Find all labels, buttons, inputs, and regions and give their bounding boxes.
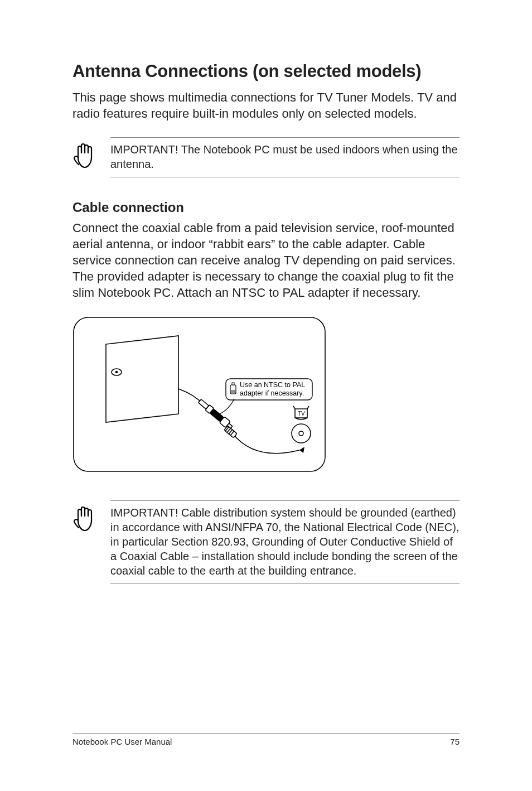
page-title: Antenna Connections (on selected models) <box>72 61 460 81</box>
note-2-text: IMPORTANT! Cable distribution system sho… <box>110 505 460 578</box>
footer-manual-title: Notebook PC User Manual <box>72 737 172 746</box>
cable-connection-paragraph: Connect the coaxial cable from a paid te… <box>72 220 460 301</box>
connection-diagram: Use an NTSC to PAL adapter if necessary.… <box>72 316 326 475</box>
svg-point-1 <box>115 371 118 374</box>
svg-rect-14 <box>232 383 234 385</box>
important-note-2: IMPORTANT! Cable distribution system sho… <box>72 500 460 584</box>
tv-port-icon: TV <box>292 406 311 443</box>
note-1-text: IMPORTANT! The Notebook PC must be used … <box>110 142 460 171</box>
svg-point-16 <box>299 431 303 436</box>
page-footer: Notebook PC User Manual 75 <box>72 733 460 746</box>
important-note-1: IMPORTANT! The Notebook PC must be used … <box>72 137 460 177</box>
note-1-container: IMPORTANT! The Notebook PC must be used … <box>110 137 460 177</box>
tv-port-label: TV <box>298 411 305 417</box>
cable-connection-heading: Cable connection <box>72 200 460 215</box>
antenna-panel-icon <box>106 336 178 422</box>
callout-line-2: adapter if necessary. <box>240 389 304 397</box>
svg-point-15 <box>292 424 311 443</box>
hand-icon <box>72 141 98 172</box>
footer-page-number: 75 <box>450 737 460 746</box>
callout-line-1: Use an NTSC to PAL <box>240 381 305 389</box>
hand-icon <box>72 504 98 535</box>
intro-paragraph: This page shows multimedia connections f… <box>72 89 460 122</box>
note-2-container: IMPORTANT! Cable distribution system sho… <box>110 500 460 584</box>
